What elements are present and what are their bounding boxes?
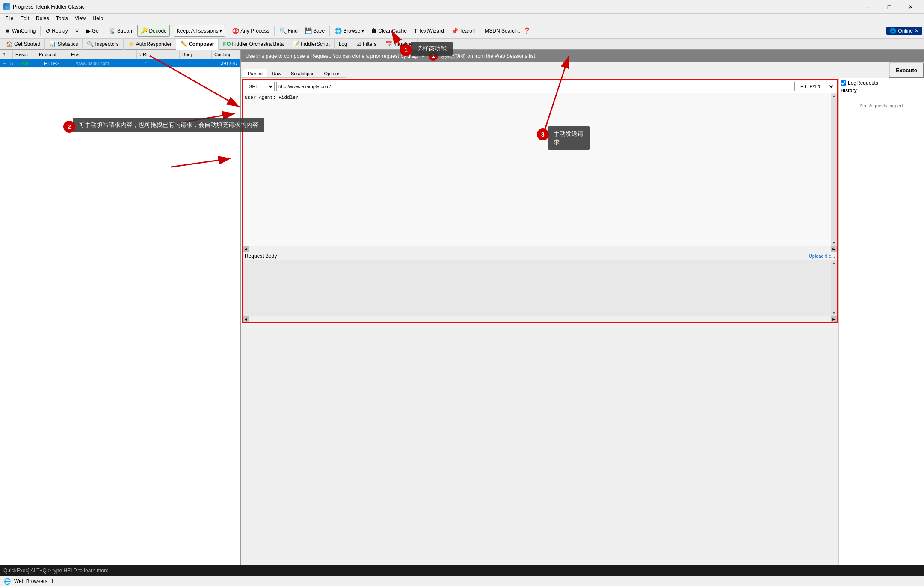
fiddler-orchestra-icon: FO bbox=[223, 41, 231, 47]
log-requests-checkbox[interactable] bbox=[841, 80, 846, 86]
col-protocol: Protocol bbox=[36, 50, 68, 59]
decode-icon: 🔑 bbox=[140, 27, 148, 34]
filters-icon: ☑ bbox=[356, 41, 361, 47]
body-scroll-up[interactable]: ▲ bbox=[832, 260, 837, 266]
request-body-label: Request Body bbox=[245, 253, 277, 259]
lower-area bbox=[241, 324, 838, 565]
tab-options[interactable]: Options bbox=[320, 69, 345, 77]
hscroll-left[interactable]: ◄ bbox=[243, 246, 249, 252]
request-headers-wrap: User-Agent: Fiddler ▲ ▼ bbox=[243, 93, 837, 246]
scroll-down-icon[interactable]: ▼ bbox=[832, 240, 837, 246]
composer-tabs-row: Parsed Raw Scratchpad Options Execute bbox=[241, 62, 924, 78]
status-bar: 🌐 Web Browsers 1 bbox=[0, 576, 924, 586]
decode-button[interactable]: 🔑 Decode bbox=[137, 25, 169, 37]
msdn-search-button[interactable]: MSDN Search... ❓ bbox=[482, 25, 533, 37]
winconfig-button[interactable]: 🖥 WinConfig bbox=[2, 25, 38, 37]
log-requests-label: LogRequests bbox=[848, 80, 878, 86]
tearoff-button[interactable]: 📌 Tearoff bbox=[448, 25, 478, 37]
x-button[interactable]: ✕ bbox=[72, 25, 82, 37]
execute-button[interactable]: Execute bbox=[889, 62, 924, 78]
cell-arrow: → bbox=[0, 61, 8, 66]
tab-get-started[interactable]: 🏠 Get Started bbox=[2, 39, 45, 50]
go-button[interactable]: ▶ Go bbox=[83, 25, 102, 37]
winconfig-icon: 🖥 bbox=[5, 27, 11, 34]
col-url: URL bbox=[137, 50, 180, 59]
method-select[interactable]: GET POST PUT DELETE bbox=[245, 82, 275, 91]
save-button[interactable]: 💾 Save bbox=[302, 25, 328, 37]
online-close-icon[interactable]: ✕ bbox=[915, 28, 919, 34]
stream-button[interactable]: 📡 Stream bbox=[106, 25, 137, 37]
menu-view[interactable]: View bbox=[71, 14, 89, 23]
tab-statistics[interactable]: 📊 Statistics bbox=[45, 39, 83, 50]
toolbar-separator bbox=[40, 26, 41, 36]
msdn-icon: ❓ bbox=[523, 27, 530, 34]
browse-dropdown-icon: ▾ bbox=[361, 28, 364, 34]
cell-protocol: HTTPS bbox=[41, 61, 74, 66]
close-button[interactable]: ✕ bbox=[901, 0, 921, 14]
menu-file[interactable]: File bbox=[2, 14, 17, 23]
text-wizard-button[interactable]: T TextWizard bbox=[411, 25, 447, 37]
tab-fiddlerscript[interactable]: 📝 FiddlerScript bbox=[288, 39, 334, 50]
scroll-up-icon[interactable]: ▲ bbox=[832, 93, 837, 99]
find-icon: 🔍 bbox=[279, 27, 287, 34]
request-body-header: Request Body Upload file... bbox=[243, 252, 837, 260]
composer-info-text: Use this page to compose a Request. You … bbox=[246, 53, 418, 59]
tab-scratchpad[interactable]: Scratchpad bbox=[286, 69, 320, 77]
hscroll-bottom-track[interactable] bbox=[249, 316, 831, 322]
menu-tools[interactable]: Tools bbox=[53, 14, 71, 23]
cell-result: 200 bbox=[18, 61, 41, 66]
keep-button[interactable]: Keep: All sessions ▾ bbox=[174, 25, 225, 37]
toolbar-separator4 bbox=[227, 26, 227, 36]
quickexec-prompt: QuickExec] ALT+Q > type HELP to learn mo… bbox=[3, 568, 109, 574]
any-process-button[interactable]: 🎯 Any Process bbox=[229, 25, 272, 37]
composer-info-text3: on from the Web Sessions list. bbox=[467, 53, 536, 59]
clear-cache-button[interactable]: 🗑 Clear Cache bbox=[368, 25, 410, 37]
clear-cache-icon: 🗑 bbox=[371, 27, 377, 34]
menu-rules[interactable]: Rules bbox=[33, 14, 53, 23]
cell-url: / bbox=[142, 61, 163, 66]
tab-autoresponder[interactable]: ⚡ AutoResponder bbox=[124, 39, 176, 50]
status-count: 1 bbox=[51, 578, 54, 584]
window-title: Progress Telerik Fiddler Classic bbox=[13, 4, 85, 10]
log-sidebar: LogRequests History No Requests logged bbox=[838, 78, 924, 565]
app-icon: F bbox=[3, 3, 10, 10]
hscroll-headers: ◄ ► bbox=[243, 246, 837, 252]
tab-parsed[interactable]: Parsed bbox=[243, 69, 267, 77]
hscroll-track[interactable] bbox=[249, 246, 831, 252]
session-row[interactable]: → 5 200 HTTPS www.baidu.com / 391,647 bbox=[0, 59, 240, 68]
annotation-badge-2: 2 bbox=[63, 121, 75, 133]
url-input[interactable] bbox=[276, 82, 795, 91]
body-scroll-down[interactable]: ▼ bbox=[832, 310, 837, 316]
tab-fiddler-orchestra[interactable]: FO Fiddler Orchestra Beta bbox=[219, 39, 288, 50]
info-badge: 1 bbox=[429, 51, 438, 61]
browse-button[interactable]: 🌐 Browse ▾ bbox=[332, 25, 367, 37]
save-icon: 💾 bbox=[305, 27, 312, 34]
request-headers-textarea[interactable]: User-Agent: Fiddler bbox=[243, 93, 831, 246]
tab-inspectors[interactable]: 🔍 Inspectors bbox=[83, 39, 123, 50]
tab-composer[interactable]: ✏️ Composer bbox=[176, 39, 219, 50]
toolbar-separator6 bbox=[329, 26, 330, 36]
hscroll-bottom-right[interactable]: ► bbox=[831, 316, 837, 322]
vscroll-headers: ▲ ▼ bbox=[831, 93, 837, 246]
menu-edit[interactable]: Edit bbox=[17, 14, 33, 23]
info-close[interactable]: ✕ bbox=[421, 53, 425, 59]
composer-info-bar: Use this page to compose a Request. You … bbox=[241, 50, 924, 62]
maximize-button[interactable]: □ bbox=[880, 0, 899, 14]
hscroll-right[interactable]: ► bbox=[831, 246, 837, 252]
find-button[interactable]: 🔍 Find bbox=[276, 25, 301, 37]
tab-log[interactable]: Log bbox=[335, 39, 352, 50]
col-result: Result bbox=[13, 50, 36, 59]
minimize-button[interactable]: ─ bbox=[858, 0, 878, 14]
upload-file-link[interactable]: Upload file... bbox=[809, 253, 835, 259]
tab-timeline[interactable]: 📅 Timeline bbox=[381, 39, 418, 50]
tab-raw[interactable]: Raw bbox=[267, 69, 286, 77]
col-body: Body bbox=[180, 50, 212, 59]
hscroll-bottom-left[interactable]: ◄ bbox=[243, 316, 249, 322]
sessions-header: # Result Protocol Host URL Body Caching bbox=[0, 50, 240, 59]
tab-filters[interactable]: ☑ Filters bbox=[352, 39, 382, 50]
sessions-panel: # Result Protocol Host URL Body Caching … bbox=[0, 50, 241, 565]
protocol-select[interactable]: HTTP/1.1 HTTP/2 bbox=[797, 82, 835, 91]
replay-button[interactable]: ↺ Replay bbox=[42, 25, 71, 37]
request-area: GET POST PUT DELETE HTTP/1.1 HTTP/2 bbox=[242, 79, 838, 323]
menu-help[interactable]: Help bbox=[89, 14, 107, 23]
